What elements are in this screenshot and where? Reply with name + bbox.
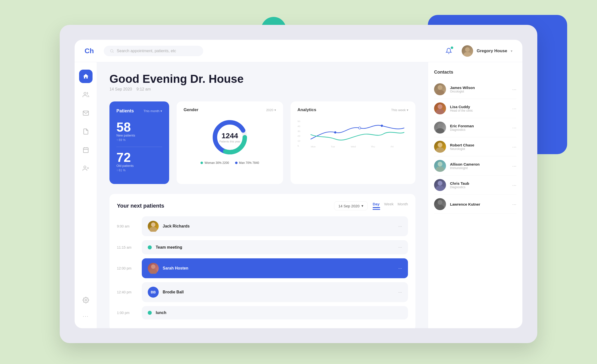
woman-label: Woman 30% 2200 <box>204 161 229 165</box>
woman-dot <box>200 162 203 164</box>
old-patients-block: 72 Old patients ↑ 61 % <box>116 151 162 172</box>
new-patients-count: 58 <box>116 121 162 134</box>
contact-allison-cameron: Allison Cameron Immunologist ··· <box>434 156 516 176</box>
legend-woman: Woman 30% 2200 <box>200 161 229 165</box>
appointment-row-5: 1:00 pm lunch <box>117 306 408 319</box>
appointment-row-4: 12:40 pm BB Brodie Ball ··· <box>117 282 408 302</box>
contact-img-2 <box>434 102 446 114</box>
user-name: Gregory House <box>477 48 507 53</box>
view-week[interactable]: Week <box>384 202 394 210</box>
appt-more-4[interactable]: ··· <box>398 290 402 295</box>
users-icon <box>83 91 89 98</box>
appt-card-5[interactable]: lunch <box>142 306 408 319</box>
contact-more-6[interactable]: ··· <box>512 182 516 188</box>
contact-img-1 <box>434 83 446 95</box>
user-avatar-img <box>462 45 473 57</box>
appt-name-3: Sarah Hosten <box>163 266 394 271</box>
contact-img-6 <box>434 179 446 191</box>
contact-info-3: Eric Foreman Diagnostics <box>450 124 508 132</box>
donut-number: 1244 <box>219 132 240 140</box>
contact-role-6: Diagnostics <box>450 185 508 189</box>
appt-card-3[interactable]: Sarah Hosten ··· <box>142 258 408 278</box>
new-patients-block: 58 New patients ↑ 69 % <box>116 121 162 142</box>
notification-bell[interactable] <box>443 46 454 56</box>
appt-card-2[interactable]: Team meeting ··· <box>142 240 408 254</box>
appointment-row-2: 11:15 am Team meeting ··· <box>117 240 408 254</box>
man-dot <box>235 162 238 164</box>
contact-more-1[interactable]: ··· <box>512 87 516 92</box>
svg-point-42 <box>436 166 444 172</box>
contact-name-5: Allison Cameron <box>450 162 508 166</box>
contact-role-4: Neurologist <box>450 147 508 151</box>
contact-more-2[interactable]: ··· <box>512 106 516 111</box>
appt-more-1[interactable]: ··· <box>398 224 402 229</box>
user-profile[interactable]: Gregory House ▾ <box>462 45 512 57</box>
svg-text:Fri: Fri <box>391 145 394 148</box>
svg-point-26 <box>334 131 336 134</box>
sidebar-more[interactable]: ... <box>83 312 89 318</box>
gender-card-header: Gender 2020 ▾ <box>184 107 276 112</box>
appt-name-1: Jack Richards <box>163 224 394 228</box>
sidebar-item-calendar[interactable] <box>79 143 93 157</box>
appt-avatar-3 <box>148 263 159 274</box>
sidebar-item-users[interactable] <box>79 88 93 101</box>
appt-more-2[interactable]: ··· <box>398 245 402 250</box>
contact-more-5[interactable]: ··· <box>512 163 516 169</box>
svg-point-2 <box>463 52 471 56</box>
svg-point-40 <box>436 147 444 153</box>
date-value: 14 Sep 2020 <box>338 204 359 208</box>
sidebar-item-person-plus[interactable] <box>79 162 93 175</box>
contact-more-4[interactable]: ··· <box>512 144 516 150</box>
contact-name-2: Lisa Cuddy <box>450 105 508 109</box>
contact-info-7: Lawrence Kutner <box>450 202 508 206</box>
sidebar: ... <box>75 62 97 328</box>
svg-point-34 <box>436 90 444 95</box>
appt-time-5: 1:00 pm <box>117 311 137 315</box>
new-patients-label: New patients <box>116 134 162 137</box>
analytics-filter[interactable]: This week ▾ <box>391 108 408 112</box>
date-chevron: ▾ <box>361 204 363 208</box>
svg-rect-4 <box>83 148 88 153</box>
view-month[interactable]: Month <box>398 202 408 210</box>
schedule-header: Your next patients 14 Sep 2020 ▾ Day <box>117 201 408 210</box>
chevron-down-icon: ▾ <box>511 49 512 53</box>
dashboard-body: ... Good Evening Dr. House 14 Sep 2020 9… <box>75 62 522 328</box>
svg-text:Mon: Mon <box>311 145 315 148</box>
notification-dot <box>451 46 453 49</box>
appt-card-1[interactable]: Jack Richards ··· <box>142 216 408 236</box>
contact-name-3: Eric Foreman <box>450 124 508 128</box>
contact-info-4: Robert Chase Neurologist <box>450 143 508 151</box>
contact-info-2: Lisa Cuddy Head of the clinic <box>450 105 508 112</box>
contact-eric-foreman: Eric Foreman Diagnostics ··· <box>434 118 516 137</box>
stats-row: Patients This month ▾ 58 New patients ↑ … <box>109 101 415 184</box>
svg-text:10: 10 <box>298 139 300 142</box>
appt-card-4[interactable]: BB Brodie Ball ··· <box>142 282 408 302</box>
person-plus-icon <box>83 165 89 172</box>
contact-img-4 <box>434 141 446 153</box>
svg-point-38 <box>436 128 444 134</box>
appt-avatar-1 <box>148 221 159 232</box>
appt-time-4: 12:40 pm <box>117 290 137 294</box>
sidebar-item-settings[interactable] <box>79 293 93 307</box>
sidebar-item-document[interactable] <box>79 125 93 138</box>
contact-info-1: James Wilson Oncologist <box>450 86 508 93</box>
search-bar[interactable]: Search appointment, patients, etc <box>104 46 203 56</box>
old-patients-pct: ↑ 61 % <box>116 169 162 172</box>
view-day[interactable]: Day <box>373 202 380 210</box>
appt-more-3[interactable]: ··· <box>398 266 402 271</box>
main-content: Good Evening Dr. House 14 Sep 2020 9:12 … <box>97 62 428 328</box>
patients-filter[interactable]: This month ▾ <box>144 109 162 113</box>
analytics-card: Analytics This week ▾ 50 40 <box>291 101 415 184</box>
svg-point-43 <box>438 181 442 185</box>
sidebar-item-mail[interactable] <box>79 106 93 120</box>
svg-text:5: 5 <box>298 144 299 147</box>
contact-role-5: Immunologist <box>450 166 508 170</box>
sidebar-item-home[interactable] <box>79 70 93 83</box>
contact-more-7[interactable]: ··· <box>512 201 516 207</box>
date-selector[interactable]: 14 Sep 2020 ▾ <box>334 201 368 210</box>
gender-filter[interactable]: 2020 ▾ <box>266 108 276 112</box>
contact-james-wilson: James Wilson Oncologist ··· <box>434 80 516 99</box>
svg-text:30: 30 <box>298 130 300 133</box>
contact-more-3[interactable]: ··· <box>512 125 516 131</box>
contact-avatar-3 <box>434 122 446 134</box>
